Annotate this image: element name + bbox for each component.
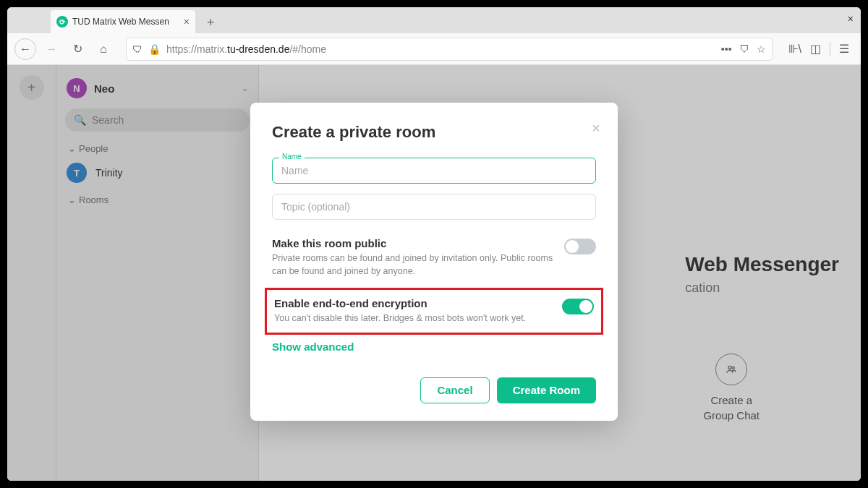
room-name-input[interactable] <box>272 158 596 184</box>
matrix-favicon: ⟳ <box>56 16 68 27</box>
e2e-toggle[interactable] <box>562 299 594 314</box>
url-bar[interactable]: 🛡 🔒 https://matrix.tu-dresden.de/#/home … <box>126 38 773 61</box>
create-room-dialog: × Create a private room Name Make this r… <box>250 103 618 421</box>
close-tab-icon[interactable]: × <box>184 16 190 27</box>
sidebar-toggle-icon[interactable]: ◫ <box>810 42 821 56</box>
url-text: https://matrix.tu-dresden.de/#/home <box>166 43 715 55</box>
forward-button: → <box>41 38 62 60</box>
room-topic-input[interactable] <box>272 194 596 220</box>
lock-icon: 🔒 <box>148 43 161 55</box>
protection-icon[interactable]: ⛉ <box>739 43 749 55</box>
new-tab-button[interactable]: + <box>201 12 221 33</box>
make-public-desc: Private rooms can be found and joined by… <box>272 252 556 278</box>
cancel-button[interactable]: Cancel <box>420 377 489 403</box>
e2e-desc: You can't disable this later. Bridges & … <box>274 312 553 325</box>
window-close-icon[interactable]: × <box>848 13 854 25</box>
home-button[interactable]: ⌂ <box>93 38 114 60</box>
browser-toolbar: ← → ↻ ⌂ 🛡 🔒 https://matrix.tu-dresden.de… <box>7 33 861 65</box>
make-public-toggle[interactable] <box>564 239 596 254</box>
back-button[interactable]: ← <box>14 38 36 60</box>
close-dialog-button[interactable]: × <box>592 120 600 137</box>
library-icon[interactable]: ⊪\ <box>788 42 801 56</box>
e2e-label: Enable end-to-end encryption <box>274 297 553 309</box>
name-field-label: Name <box>279 153 305 160</box>
reload-button[interactable]: ↻ <box>67 38 88 60</box>
dialog-title: Create a private room <box>272 123 596 142</box>
menu-icon[interactable]: ☰ <box>839 42 849 56</box>
show-advanced-link[interactable]: Show advanced <box>272 341 596 353</box>
shield-icon[interactable]: 🛡 <box>132 43 142 55</box>
bookmark-icon[interactable]: ☆ <box>757 43 766 55</box>
more-icon[interactable]: ••• <box>721 43 732 55</box>
browser-tab[interactable]: ⟳ TUD Matrix Web Messen × <box>51 10 195 33</box>
create-room-button[interactable]: Create Room <box>497 377 596 403</box>
tab-title: TUD Matrix Web Messen <box>72 17 169 27</box>
highlighted-setting: Enable end-to-end encryption You can't d… <box>265 288 603 335</box>
browser-tab-bar: ⟳ TUD Matrix Web Messen × + × <box>7 7 861 33</box>
make-public-label: Make this room public <box>272 237 556 249</box>
modal-overlay: × Create a private room Name Make this r… <box>7 65 861 481</box>
